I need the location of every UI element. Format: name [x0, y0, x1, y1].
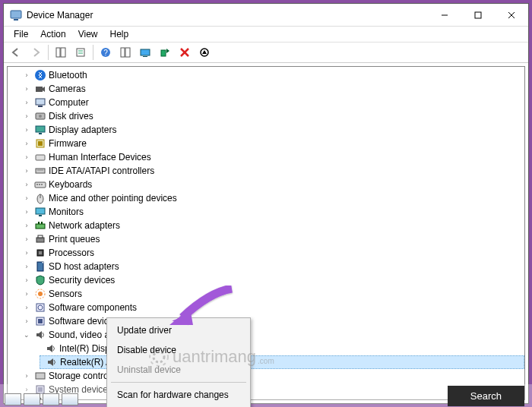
tree-category[interactable]: ›Human Interface Devices	[18, 150, 524, 164]
tree-category[interactable]: ›Disk drives	[18, 109, 524, 123]
tree-label: Bluetooth	[49, 70, 87, 80]
category-icon	[34, 110, 46, 122]
menu-view[interactable]: View	[73, 27, 103, 41]
scan-hardware-button[interactable]	[136, 43, 154, 62]
tree-label: Mice and other pointing devices	[49, 193, 177, 204]
expander-icon[interactable]: ›	[21, 316, 32, 327]
tree-category[interactable]: ›Print queues	[18, 232, 524, 246]
back-button[interactable]	[7, 43, 25, 62]
tree-category[interactable]: ›Processors	[18, 246, 524, 260]
action-toolbar-button[interactable]	[116, 43, 135, 62]
tree-label: Software components	[49, 302, 137, 313]
expander-icon[interactable]: ›	[21, 179, 32, 190]
tree-label: SD host adapters	[49, 261, 119, 272]
tree-category[interactable]: ›IDE ATA/ATAPI controllers	[18, 164, 524, 178]
thumbnail[interactable]	[43, 393, 59, 405]
expander-icon[interactable]: ›	[21, 302, 32, 313]
tree-label: Computer	[49, 97, 89, 108]
expander-icon[interactable]: ›	[21, 248, 32, 258]
svg-rect-17	[161, 50, 166, 56]
expander-icon[interactable]: ›	[21, 166, 32, 176]
ctx-scan-hardware[interactable]: Scan for hardware changes	[109, 385, 248, 405]
ctx-disable-device[interactable]: Disable device	[109, 340, 248, 360]
tree-category[interactable]: ›Cameras	[18, 82, 524, 96]
properties-toolbar-button[interactable]	[71, 43, 90, 62]
tree-category[interactable]: ›Computer	[18, 96, 524, 109]
expander-icon[interactable]: ⌄	[21, 330, 32, 340]
svg-rect-28	[39, 133, 42, 134]
thumbnail[interactable]	[62, 393, 78, 405]
tree-category[interactable]: ›Firmware	[18, 137, 524, 150]
uninstall-toolbar-button[interactable]	[176, 43, 194, 62]
menu-help[interactable]: Help	[105, 27, 135, 41]
tree-category[interactable]: ›Keyboards	[18, 178, 524, 191]
expander-icon[interactable]: ›	[21, 97, 32, 108]
svg-rect-40	[36, 208, 45, 214]
ctx-uninstall-device[interactable]: Uninstall device	[109, 360, 248, 380]
svg-rect-30	[38, 141, 43, 146]
tree-category[interactable]: ›Mice and other pointing devices	[18, 191, 524, 205]
category-icon	[34, 219, 46, 232]
toolbar: ?	[4, 42, 528, 63]
tree-category[interactable]: ›Display adapters	[18, 123, 524, 137]
expander-icon[interactable]: ›	[21, 234, 32, 245]
expander-icon[interactable]: ›	[21, 220, 32, 231]
tree-category[interactable]: ›Bluetooth	[18, 68, 524, 82]
expander-icon[interactable]: ›	[21, 275, 32, 286]
category-icon	[34, 370, 46, 382]
ctx-separator	[111, 382, 246, 383]
thumbnail[interactable]	[24, 393, 40, 405]
tree-category[interactable]: ›Sensors	[18, 287, 524, 301]
tree-category[interactable]: ⌄Sound, video and game controllers	[18, 328, 524, 342]
expander-icon[interactable]: ›	[21, 289, 32, 299]
tree-label: Storage contro	[49, 371, 109, 381]
toolbar-separator	[48, 45, 49, 60]
category-icon	[34, 96, 46, 109]
tree-category[interactable]: ›Storage contro	[18, 369, 524, 383]
device-tree[interactable]: ›Bluetooth›Cameras›Computer›Disk drives›…	[7, 66, 525, 400]
category-icon	[34, 288, 46, 300]
expander-icon[interactable]: ›	[21, 261, 32, 272]
expander-icon[interactable]: ›	[21, 371, 32, 381]
ctx-update-driver[interactable]: Update driver	[109, 320, 248, 340]
tree-category[interactable]: ›Software devices	[18, 314, 524, 328]
thumbnail[interactable]	[5, 393, 21, 405]
expander-icon[interactable]: ›	[21, 111, 32, 121]
svg-rect-16	[143, 56, 147, 57]
forward-button[interactable]	[27, 43, 45, 62]
category-icon	[34, 206, 46, 218]
category-icon	[34, 83, 46, 95]
device-icon	[46, 356, 58, 368]
svg-rect-1	[14, 19, 18, 21]
bottom-bar: Search	[0, 384, 532, 407]
help-toolbar-button[interactable]: ?	[97, 43, 115, 62]
close-button[interactable]	[495, 4, 528, 26]
expander-icon[interactable]: ›	[21, 70, 32, 80]
category-icon	[34, 124, 46, 136]
update-driver-toolbar-button[interactable]	[156, 43, 174, 62]
expander-icon[interactable]: ›	[21, 138, 32, 149]
tree-category[interactable]: ›SD host adapters	[18, 260, 524, 273]
expander-icon[interactable]: ›	[21, 125, 32, 135]
tree-category[interactable]: ›Network adapters	[18, 219, 524, 232]
device-manager-icon	[10, 9, 22, 21]
expander-icon[interactable]: ›	[21, 193, 32, 204]
svg-rect-22	[36, 87, 43, 92]
expander-icon[interactable]: ›	[21, 84, 32, 94]
expander-icon[interactable]: ›	[21, 207, 32, 217]
menu-file[interactable]: File	[8, 27, 33, 41]
tree-category[interactable]: ›Software components	[18, 301, 524, 314]
svg-point-26	[39, 115, 42, 118]
show-hide-tree-button[interactable]	[52, 43, 70, 62]
expander-icon[interactable]: ›	[21, 152, 32, 162]
tree-label: Human Interface Devices	[49, 152, 151, 162]
menu-action[interactable]: Action	[35, 27, 71, 41]
tree-category[interactable]: ›Security devices	[18, 273, 524, 287]
tree-category[interactable]: ›Monitors	[18, 205, 524, 219]
svg-rect-36	[39, 184, 40, 185]
maximize-button[interactable]	[461, 4, 495, 26]
minimize-button[interactable]	[428, 4, 461, 26]
svg-rect-37	[41, 184, 43, 185]
disable-toolbar-button[interactable]	[195, 43, 214, 62]
search-button[interactable]: Search	[448, 386, 524, 406]
